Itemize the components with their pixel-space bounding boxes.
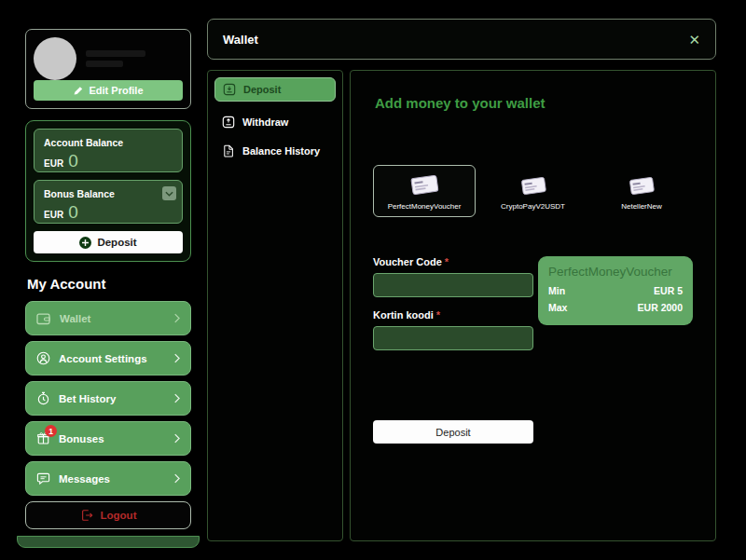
bonus-balance-card: Bonus Balance EUR 0 bbox=[34, 180, 183, 224]
deposit-submit-button[interactable]: Deposit bbox=[373, 420, 533, 444]
sidebar-item-label: Wallet bbox=[60, 313, 90, 324]
pencil-icon bbox=[73, 86, 83, 96]
edit-profile-label: Edit Profile bbox=[89, 85, 143, 96]
sidebar-item-label: Messages bbox=[59, 473, 110, 485]
close-icon[interactable]: ✕ bbox=[688, 33, 700, 47]
sidebar-item-bonuses[interactable]: 1 Bonuses bbox=[25, 421, 191, 456]
sidebar: Edit Profile Account Balance EUR 0 Bonus… bbox=[17, 26, 200, 548]
modal-header: Wallet ✕ bbox=[207, 19, 716, 60]
required-asterisk: * bbox=[436, 309, 440, 321]
sidebar-footer-strip bbox=[17, 536, 200, 548]
chevron-right-icon bbox=[173, 353, 180, 363]
sidebar-item-wallet[interactable]: Wallet bbox=[25, 301, 191, 335]
payment-limits-box: PerfectMoneyVoucher Min EUR 5 Max EUR 20… bbox=[538, 256, 693, 325]
payment-method-cryptopayv2usdt[interactable]: CryptoPayV2USDT bbox=[482, 165, 585, 211]
payment-method-label: PerfectMoneyVoucher bbox=[388, 202, 462, 211]
bonuses-badge: 1 bbox=[45, 425, 57, 437]
username-obscured bbox=[86, 50, 145, 67]
payment-method-label: NetellerNew bbox=[621, 202, 662, 211]
bonus-balance-label: Bonus Balance bbox=[44, 188, 173, 199]
sidebar-deposit-label: Deposit bbox=[97, 237, 136, 248]
deposit-panel: Add money to your wallet PerfectMoneyVou… bbox=[350, 70, 716, 541]
deposit-form: Voucher Code* Kortin koodi* Deposit bbox=[373, 256, 533, 444]
avatar bbox=[34, 37, 76, 80]
sidebar-item-label: Bet History bbox=[59, 393, 116, 404]
kortin-koodi-label: Kortin koodi* bbox=[373, 309, 533, 321]
required-asterisk: * bbox=[445, 256, 449, 267]
currency-label: EUR bbox=[44, 158, 63, 169]
sidebar-deposit-button[interactable]: Deposit bbox=[34, 231, 183, 253]
wallet-icon bbox=[36, 312, 51, 325]
chevron-right-icon bbox=[173, 313, 180, 323]
history-icon bbox=[36, 391, 50, 405]
tab-balance-history[interactable]: Balance History bbox=[214, 138, 336, 164]
tab-label: Deposit bbox=[243, 84, 281, 95]
credit-card-icon bbox=[625, 174, 658, 198]
logout-icon bbox=[80, 509, 93, 522]
max-label: Max bbox=[548, 302, 567, 313]
chevron-right-icon bbox=[173, 473, 180, 484]
section-title: My Account bbox=[27, 276, 189, 292]
voucher-code-label: Voucher Code* bbox=[373, 256, 533, 267]
logout-button[interactable]: Logout bbox=[25, 501, 191, 529]
kortin-koodi-input[interactable] bbox=[373, 326, 533, 350]
tab-label: Balance History bbox=[242, 145, 320, 157]
logout-label: Logout bbox=[101, 510, 137, 521]
tab-withdraw[interactable]: Withdraw bbox=[214, 109, 336, 135]
payment-method-netellernew[interactable]: NetellerNew bbox=[590, 165, 693, 211]
wallet-tabs: Deposit Withdraw Balance History bbox=[207, 70, 343, 541]
max-value: EUR 2000 bbox=[638, 302, 683, 313]
profile-card: Edit Profile bbox=[25, 29, 191, 109]
credit-card-icon bbox=[406, 172, 443, 198]
sidebar-item-messages[interactable]: Messages bbox=[25, 461, 191, 496]
chat-icon bbox=[36, 471, 50, 485]
account-balance-label: Account Balance bbox=[44, 137, 173, 148]
deposit-icon bbox=[223, 83, 236, 96]
chevron-right-icon bbox=[173, 433, 180, 444]
min-value: EUR 5 bbox=[654, 285, 683, 296]
panel-heading: Add money to your wallet bbox=[375, 95, 693, 111]
balance-panel: Account Balance EUR 0 Bonus Balance EUR … bbox=[25, 120, 191, 262]
tab-deposit[interactable]: Deposit bbox=[214, 77, 336, 102]
gift-icon: 1 bbox=[36, 431, 50, 445]
limits-title: PerfectMoneyVoucher bbox=[548, 265, 683, 279]
currency-label: EUR bbox=[44, 210, 63, 220]
plus-circle-icon bbox=[79, 237, 91, 249]
withdraw-icon bbox=[222, 116, 235, 129]
bonus-balance-value: 0 bbox=[68, 203, 78, 221]
modal-title: Wallet bbox=[223, 33, 258, 47]
chevron-right-icon bbox=[173, 393, 180, 403]
sidebar-item-bet-history[interactable]: Bet History bbox=[25, 381, 191, 416]
account-balance-card: Account Balance EUR 0 bbox=[34, 129, 183, 172]
payment-method-label: CryptoPayV2USDT bbox=[501, 202, 565, 211]
credit-card-icon bbox=[517, 174, 550, 198]
voucher-code-input[interactable] bbox=[373, 273, 533, 297]
payment-methods: PerfectMoneyVoucher CryptoPayV2USDT Nete… bbox=[373, 165, 693, 217]
sidebar-item-label: Account Settings bbox=[59, 353, 147, 364]
chevron-down-icon[interactable] bbox=[162, 186, 176, 200]
payment-method-perfectmoneyvoucher[interactable]: PerfectMoneyVoucher bbox=[373, 165, 476, 217]
wallet-modal: Wallet ✕ Deposit Withdraw Balance H bbox=[207, 19, 716, 541]
tab-label: Withdraw bbox=[242, 116, 288, 128]
sidebar-item-label: Bonuses bbox=[59, 433, 104, 444]
sidebar-item-account-settings[interactable]: Account Settings bbox=[25, 341, 191, 376]
person-icon bbox=[36, 351, 50, 365]
document-icon bbox=[222, 144, 235, 157]
edit-profile-button[interactable]: Edit Profile bbox=[34, 80, 183, 101]
min-label: Min bbox=[548, 285, 565, 296]
account-balance-value: 0 bbox=[68, 152, 78, 170]
